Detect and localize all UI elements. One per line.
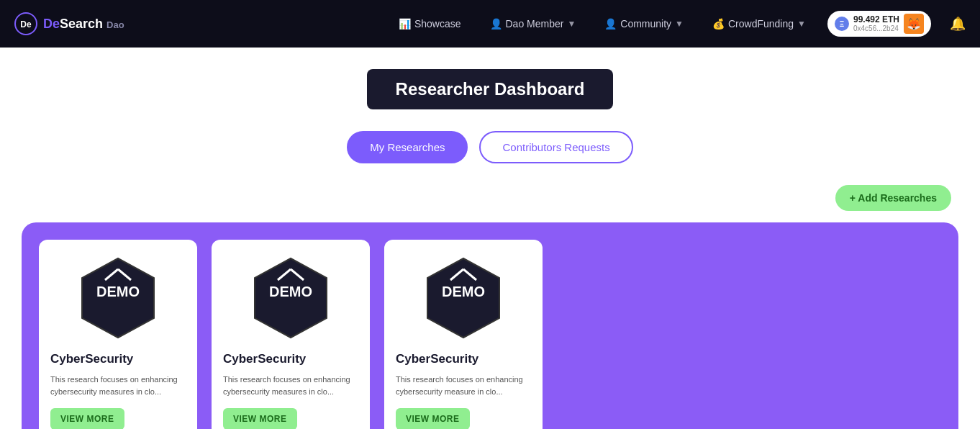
community-nav[interactable]: 👤 Community ▼: [597, 14, 691, 34]
research-cards-container: DEMO CyberSecurity This research focuses…: [22, 222, 958, 429]
card-title: CyberSecurity: [223, 352, 358, 366]
tabs-container: My Researches Contributors Requests: [14, 131, 966, 163]
card-description: This research focuses on enhancing cyber…: [396, 374, 531, 401]
dao-member-nav[interactable]: 👤 Dao Member ▼: [483, 14, 584, 34]
metamask-fox-icon: 🦊: [904, 14, 924, 34]
card-title: CyberSecurity: [396, 352, 531, 366]
community-icon: 👤: [604, 18, 617, 30]
wallet-badge[interactable]: Ξ 99.492 ETH 0x4c56...2b24 🦊: [827, 11, 931, 37]
page-title-container: Researcher Dashboard: [14, 69, 966, 109]
dao-member-label: Dao Member: [506, 18, 564, 30]
card-description: This research focuses on enhancing cyber…: [50, 374, 186, 401]
logo: De DeSearch Dao: [14, 12, 124, 35]
view-more-button[interactable]: VIEW MORE: [50, 408, 124, 429]
research-card: DEMO CyberSecurity This research focuses…: [212, 240, 370, 429]
svg-text:De: De: [20, 19, 32, 30]
navbar: De DeSearch Dao 📊 Showcase 👤 Dao Member …: [0, 0, 980, 48]
wallet-address: 0x4c56...2b24: [853, 24, 899, 33]
crowdfunding-nav[interactable]: 💰 CrowdFunding ▼: [705, 14, 813, 34]
svg-text:DEMO: DEMO: [442, 284, 485, 299]
crowdfunding-label: CrowdFunding: [728, 18, 794, 30]
card-demo-logo: DEMO: [396, 251, 531, 345]
main-content: Researcher Dashboard My Researches Contr…: [0, 48, 980, 429]
wallet-eth: 99.492 ETH: [853, 14, 899, 24]
dao-member-icon: 👤: [490, 18, 502, 30]
community-chevron: ▼: [675, 19, 684, 29]
community-label: Community: [620, 18, 671, 30]
tab-contributors-requests[interactable]: Contributors Requests: [479, 131, 632, 163]
wallet-info: 99.492 ETH 0x4c56...2b24: [853, 14, 899, 33]
view-more-button[interactable]: VIEW MORE: [396, 408, 470, 429]
logo-text: DeSearch Dao: [43, 17, 124, 32]
add-researches-button[interactable]: + Add Researches: [835, 185, 951, 211]
card-description: This research focuses on enhancing cyber…: [223, 374, 358, 401]
research-card: DEMO CyberSecurity This research focuses…: [384, 240, 543, 429]
svg-text:DEMO: DEMO: [96, 284, 140, 299]
page-title: Researcher Dashboard: [367, 69, 614, 109]
notification-bell[interactable]: 🔔: [950, 16, 966, 32]
showcase-icon: 📊: [399, 18, 411, 30]
showcase-label: Showcase: [414, 18, 461, 30]
tab-my-researches[interactable]: My Researches: [347, 131, 468, 163]
crowdfunding-chevron: ▼: [797, 19, 806, 29]
card-title: CyberSecurity: [50, 352, 186, 366]
research-card: DEMO CyberSecurity This research focuses…: [39, 240, 197, 429]
eth-icon: Ξ: [835, 17, 849, 31]
showcase-nav[interactable]: 📊 Showcase: [391, 14, 468, 34]
crowdfunding-icon: 💰: [712, 18, 725, 30]
svg-text:DEMO: DEMO: [269, 284, 312, 299]
dao-member-chevron: ▼: [567, 19, 576, 29]
add-btn-container: + Add Researches: [14, 185, 966, 211]
card-demo-logo: DEMO: [50, 251, 186, 345]
card-demo-logo: DEMO: [223, 251, 358, 345]
view-more-button[interactable]: VIEW MORE: [223, 408, 297, 429]
